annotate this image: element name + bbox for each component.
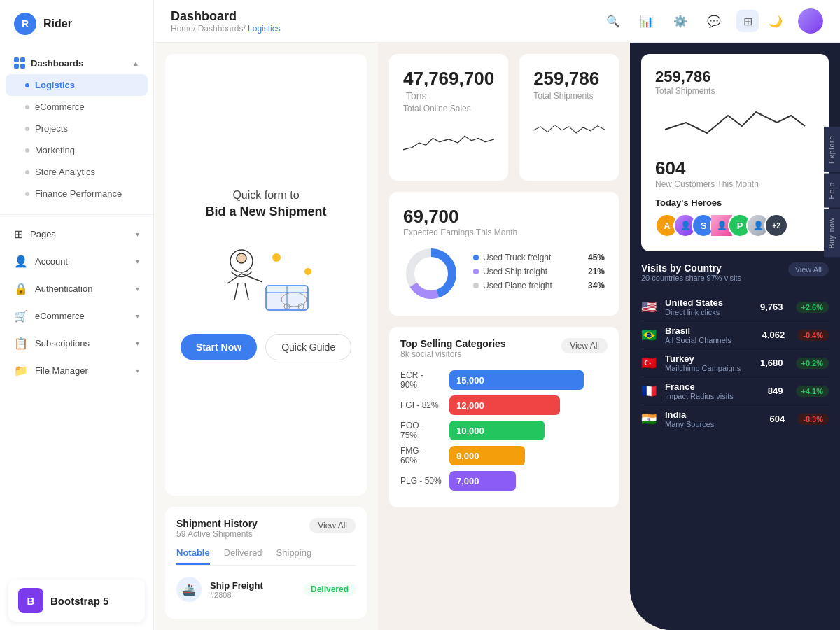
trend-us: +2.6% [796, 302, 830, 313]
help-button[interactable]: Help [824, 174, 840, 208]
subscriptions-label: Subscriptions [35, 338, 90, 349]
bar-track-0: 15,000 [449, 370, 608, 390]
country-source-br: All Social Channels [665, 336, 755, 344]
truck-pct: 45% [588, 253, 605, 262]
settings-icon[interactable]: ⚙️ [669, 10, 692, 32]
donut-chart [403, 246, 459, 302]
start-now-button[interactable]: Start Now [181, 334, 257, 360]
flag-in: 🇮🇳 [641, 412, 658, 427]
subscriptions-chevron: ▾ [136, 340, 139, 347]
shipment-view-all-button[interactable]: View All [309, 518, 356, 533]
sidebar-item-authentication[interactable]: 🔒 Authentication ▾ [0, 275, 153, 302]
sidebar-item-store-analytics-label: Store Analytics [35, 167, 95, 177]
dot [25, 127, 29, 131]
header-left: Dashboard Home/ Dashboards/ Logistics [171, 9, 281, 34]
content: Quick form to Bid a New Shipment [154, 43, 840, 630]
page-title: Dashboard [171, 9, 281, 24]
bootstrap-label: Bootstrap 5 [50, 595, 108, 607]
bar-fill-2: 10,000 [449, 421, 545, 440]
total-shipments-card: 259,786 Total Shipments [519, 54, 619, 181]
ship-status: Delivered [304, 582, 356, 596]
dot [25, 148, 29, 153]
sidebar-item-ecommerce-nav[interactable]: 🛒 eCommerce ▾ [0, 302, 153, 330]
quick-guide-button[interactable]: Quick Guide [265, 334, 351, 360]
bootstrap-banner: B Bootstrap 5 [8, 580, 145, 622]
customers-card: 259,786 Total Shipments 604 New Customer… [641, 54, 829, 251]
country-source-fr: Impact Radius visits [665, 392, 761, 400]
earnings-card: 69,700 Expected Earnings This Month [389, 192, 619, 316]
svg-point-4 [237, 253, 246, 263]
ecommerce-nav-label: eCommerce [35, 311, 85, 321]
ship-name: Ship Freight [210, 580, 295, 591]
file-manager-icon: 📁 [14, 364, 28, 377]
ship-icon: 🚢 [176, 577, 202, 602]
sidebar-item-finance-performance-label: Finance Performance [35, 188, 122, 199]
auth-icon: 🔒 [14, 282, 28, 295]
country-row-4: 🇮🇳 India Many Sources 604 -8.3% [641, 405, 829, 433]
dashboards-label: Dashboards [31, 58, 83, 69]
hero-avatars: A 👤 S 👤 P 👤 +2 [655, 214, 815, 237]
edge-buttons: Explore Help Buy now [824, 127, 840, 258]
top-selling-card: Top Selling Categories 8k social visitor… [389, 327, 619, 507]
svg-line-6 [227, 274, 241, 284]
authentication-label: Authentication [35, 284, 92, 294]
country-name-in: India [665, 410, 763, 420]
tab-notable[interactable]: Notable [176, 547, 210, 565]
country-visits-tr: 1,680 [760, 358, 783, 368]
sidebar-item-file-manager[interactable]: 📁 File Manager ▾ [0, 357, 153, 384]
sales-chart [403, 122, 494, 164]
sidebar-item-store-analytics[interactable]: Store Analytics [0, 161, 153, 183]
search-icon[interactable]: 🔍 [602, 10, 624, 32]
dark-mode-icon[interactable]: 🌙 [764, 10, 787, 32]
tab-delivered[interactable]: Delivered [224, 547, 262, 565]
sidebar-item-marketing[interactable]: Marketing [0, 139, 153, 161]
sidebar: R Rider Dashboards ▲ Logistics eCommerce… [0, 0, 154, 630]
shipment-row: 🚢 Ship Freight #2808 Delivered [176, 571, 356, 608]
sidebar-item-subscriptions[interactable]: 📋 Subscriptions ▾ [0, 330, 153, 357]
explore-button[interactable]: Explore [824, 127, 840, 172]
top-selling-view-all-button[interactable]: View All [561, 338, 608, 354]
svg-line-5 [241, 274, 262, 282]
country-subtitle: 20 countries share 97% visits [641, 274, 741, 282]
sidebar-item-pages[interactable]: ⊞ Pages ▾ [0, 220, 153, 248]
country-row-0: 🇺🇸 United States Direct link clicks 9,76… [641, 293, 829, 321]
sidebar-item-account[interactable]: 👤 Account ▾ [0, 248, 153, 275]
country-row-1: 🇧🇷 Brasil All Social Channels 4,062 -0.4… [641, 321, 829, 349]
ship-info: Ship Freight #2808 [210, 580, 295, 599]
country-view-all-button[interactable]: View All [788, 262, 829, 276]
bar-row-3: FMG - 60% 8,000 [400, 446, 608, 465]
stats-row-top: 47,769,700 Tons Total Online Sales 259,7… [389, 54, 619, 181]
bootstrap-icon: B [18, 588, 43, 613]
svg-point-9 [272, 253, 281, 262]
breadcrumb-current: Logistics [248, 24, 281, 34]
sidebar-item-logistics[interactable]: Logistics [6, 74, 148, 96]
shipments-stat-number: 259,786 [655, 68, 711, 85]
file-manager-label: File Manager [35, 365, 88, 376]
dashboards-chevron: ▲ [132, 59, 139, 67]
customers-stat: 604 New Customers This Month [655, 158, 815, 189]
shipments-stat-row: 259,786 Total Shipments [655, 68, 815, 146]
total-sales-number: 47,769,700 [403, 68, 494, 89]
message-icon[interactable]: 💬 [703, 10, 725, 32]
truck-dot [473, 255, 479, 260]
bar-track-2: 10,000 [449, 421, 608, 440]
bar-row-1: FGI - 82% 12,000 [400, 396, 608, 415]
sidebar-item-ecommerce[interactable]: eCommerce [0, 96, 153, 118]
dashboards-group[interactable]: Dashboards ▲ [0, 52, 153, 74]
user-avatar[interactable] [798, 8, 823, 34]
buy-now-button[interactable]: Buy now [824, 209, 840, 257]
customers-label: New Customers This Month [655, 179, 815, 189]
total-shipments-number-row: 259,786 [533, 68, 605, 90]
ship-dot [473, 269, 479, 274]
customers-number: 604 [655, 158, 685, 178]
grid-view-icon[interactable]: ⊞ [736, 10, 759, 32]
chart-icon[interactable]: 📊 [636, 10, 658, 32]
country-info-br: Brasil All Social Channels [665, 326, 755, 344]
bar-label-0: ECR - 90% [400, 370, 442, 390]
total-sales-label: Total Online Sales [403, 104, 494, 113]
right-panel: 259,786 Total Shipments 604 New Customer… [630, 43, 840, 630]
sidebar-item-finance-performance[interactable]: Finance Performance [0, 183, 153, 204]
country-name-us: United States [665, 298, 753, 308]
tab-shipping[interactable]: Shipping [276, 547, 312, 565]
sidebar-item-projects[interactable]: Projects [0, 118, 153, 139]
